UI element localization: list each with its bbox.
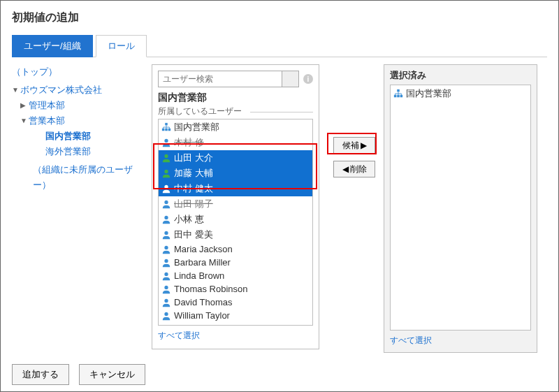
svg-point-15 [164, 272, 168, 275]
user-icon [161, 245, 171, 254]
svg-point-17 [164, 298, 168, 302]
search-box [158, 71, 299, 87]
svg-point-12 [164, 231, 168, 235]
list-item-label: 山田 大介 [174, 152, 213, 164]
svg-point-14 [164, 259, 168, 262]
candidates-panel: i 国内営業部 所属しているユーザー 国内営業部木村 修山田 大介加藤 大輔中村… [152, 64, 319, 349]
user-icon [161, 298, 171, 307]
svg-rect-19 [397, 89, 400, 92]
list-item-user[interactable]: David Thomas [159, 296, 312, 309]
list-item-label: Linda Brown [174, 270, 224, 281]
list-item-user[interactable]: Linda Brown [159, 269, 312, 282]
list-item-label: 木村 修 [174, 136, 204, 149]
svg-point-10 [164, 201, 168, 204]
list-item-label: Maria Jackson [174, 244, 233, 254]
svg-rect-3 [162, 129, 165, 131]
list-item-user[interactable]: 小林 恵 [159, 212, 312, 227]
list-item-label: 田中 愛美 [174, 228, 213, 241]
user-icon [161, 153, 171, 163]
select-all-candidates[interactable]: すべて選択 [158, 330, 200, 342]
user-list: 国内営業部木村 修山田 大介加藤 大輔中村 健太山田 陽子小林 恵田中 愛美Ma… [158, 119, 313, 326]
user-icon [161, 215, 171, 224]
tree-domestic-sales[interactable]: 国内営業部 [45, 129, 91, 144]
tree-overseas-sales[interactable]: 海外営業部 [45, 144, 91, 159]
list-item-user[interactable]: Thomas Robinson [159, 282, 312, 296]
svg-point-11 [164, 216, 168, 219]
user-icon [161, 284, 171, 294]
tree-unassigned[interactable]: （組織に未所属のユーザー） [33, 162, 150, 193]
list-item-user[interactable]: 山田 大介 [159, 150, 312, 166]
list-item-user[interactable]: 山田 陽子 [159, 196, 312, 212]
add-button[interactable]: 追加する [12, 364, 69, 385]
tree-dept-sales[interactable]: 営業本部 [29, 113, 65, 129]
sub-label: 所属しているユーザー [158, 106, 313, 117]
list-item-user[interactable]: Barbara Miller [159, 256, 312, 269]
search-button[interactable] [282, 71, 298, 87]
cancel-button[interactable]: キャンセル [79, 364, 145, 385]
list-item-user[interactable]: Maria Jackson [159, 242, 312, 256]
user-icon [161, 138, 171, 147]
selected-panel: 選択済み 国内営業部 すべて選択 [384, 64, 537, 353]
selected-title: 選択済み [390, 69, 531, 82]
list-item-label: Barbara Miller [174, 257, 231, 268]
svg-rect-4 [165, 129, 168, 131]
list-item-user[interactable]: 中村 健太 [159, 181, 312, 196]
transfer-buttons: 候補 ▶ ◀ 削除 [328, 64, 381, 177]
tree-top[interactable]: （トップ） [12, 66, 150, 78]
tree-dept-admin[interactable]: 管理本部 [29, 98, 65, 113]
footer: 追加する キャンセル [12, 364, 547, 385]
page-title: 初期値の追加 [12, 10, 547, 25]
list-item-user[interactable]: William Taylor [159, 309, 312, 322]
list-item-label: 中村 健太 [174, 182, 213, 195]
org-icon [161, 122, 171, 132]
list-item-label: 加藤 大輔 [174, 167, 213, 180]
chevron-left-icon: ◀ [342, 164, 349, 174]
svg-point-7 [164, 154, 168, 158]
user-icon [161, 184, 171, 194]
svg-point-16 [164, 285, 168, 289]
info-icon[interactable]: i [303, 74, 313, 84]
list-item-label: 山田 陽子 [174, 198, 213, 210]
org-tree: （トップ） ▼ ボウズマン株式会社 ▶ 管理本部 ▼ 営業本部 国内営業部 海外… [12, 64, 152, 193]
tab-user-org[interactable]: ユーザー/組織 [12, 35, 93, 57]
selected-item-org[interactable]: 国内営業部 [391, 85, 530, 102]
remove-label: 削除 [350, 164, 367, 175]
user-icon [161, 311, 171, 321]
svg-point-13 [164, 245, 168, 249]
svg-rect-5 [168, 129, 171, 131]
remove-button[interactable]: ◀ 削除 [333, 161, 375, 177]
org-icon [393, 89, 403, 99]
tabs: ユーザー/組織 ロール [12, 35, 547, 57]
candidate-label: 候補 [342, 140, 359, 152]
triangle-down-icon[interactable]: ▼ [12, 82, 19, 98]
svg-rect-2 [165, 123, 168, 126]
tab-role[interactable]: ロール [96, 35, 147, 57]
user-icon [161, 199, 171, 209]
list-item-user[interactable]: 木村 修 [159, 135, 312, 150]
svg-rect-21 [397, 95, 400, 98]
list-item-org[interactable]: 国内営業部 [159, 119, 312, 135]
svg-point-8 [164, 170, 168, 173]
list-item-label: David Thomas [174, 297, 233, 307]
select-all-selected[interactable]: すべて選択 [390, 335, 432, 347]
list-item-label: 国内営業部 [174, 121, 219, 133]
dept-title: 国内営業部 [158, 92, 313, 104]
triangle-down-icon[interactable]: ▼ [20, 113, 27, 129]
search-input[interactable] [159, 73, 282, 85]
candidate-button[interactable]: 候補 ▶ [333, 137, 375, 154]
svg-point-18 [164, 312, 168, 315]
svg-rect-20 [394, 95, 397, 98]
user-icon [161, 258, 171, 268]
user-icon [161, 230, 171, 240]
tree-company[interactable]: ボウズマン株式会社 [20, 82, 102, 98]
list-item-user[interactable]: 田中 愛美 [159, 227, 312, 242]
list-item-label: William Taylor [174, 310, 230, 321]
list-item-label: Thomas Robinson [174, 284, 248, 294]
svg-point-6 [164, 139, 168, 143]
svg-point-9 [164, 185, 168, 189]
chevron-right-icon: ▶ [361, 140, 367, 150]
selected-list: 国内営業部 [390, 85, 531, 331]
svg-rect-22 [400, 95, 403, 98]
list-item-user[interactable]: 加藤 大輔 [159, 166, 312, 181]
triangle-right-icon[interactable]: ▶ [20, 98, 27, 113]
